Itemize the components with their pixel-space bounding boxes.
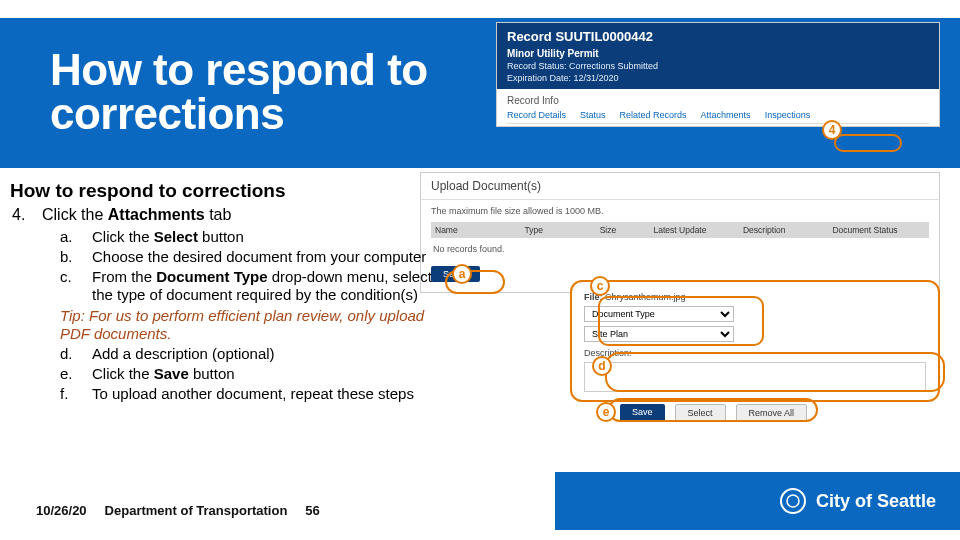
callout-badge-e: e bbox=[596, 402, 616, 422]
record-number: Record SUUTIL0000442 bbox=[507, 29, 929, 44]
col-document-status: Document Status bbox=[832, 225, 925, 235]
table-header: Name Type Size Latest Update Description… bbox=[431, 222, 929, 238]
footer-page: 56 bbox=[305, 503, 319, 518]
record-type: Minor Utility Permit bbox=[507, 48, 929, 59]
substep-f: f. To upload another document, repeat th… bbox=[60, 385, 440, 404]
slide-title: How to respond to corrections bbox=[50, 48, 428, 136]
tab-status[interactable]: Status bbox=[580, 110, 606, 120]
footer-date: 10/26/20 bbox=[36, 503, 87, 518]
substep-e: e. Click the Save button bbox=[60, 365, 440, 384]
callout-ring-4 bbox=[834, 134, 902, 152]
step-4: 4. Click the Attachments tab bbox=[12, 206, 440, 224]
record-screenshot: Record SUUTIL0000442 Minor Utility Permi… bbox=[496, 22, 940, 127]
seal-icon bbox=[778, 486, 808, 516]
callout-badge-d: d bbox=[592, 356, 612, 376]
col-type: Type bbox=[524, 225, 595, 235]
svg-point-1 bbox=[787, 495, 799, 507]
substeps: a. Click the Select button b. Choose the… bbox=[60, 228, 440, 403]
step-text: Click the Attachments tab bbox=[42, 206, 231, 224]
record-header: Record SUUTIL0000442 Minor Utility Permi… bbox=[497, 23, 939, 89]
callout-badge-4: 4 bbox=[822, 120, 842, 140]
substep-d: d. Add a description (optional) bbox=[60, 345, 440, 364]
upload-title: Upload Document(s) bbox=[421, 173, 939, 200]
title-line2: corrections bbox=[50, 89, 284, 138]
substep-b: b. Choose the desired document from your… bbox=[60, 248, 440, 267]
instructions: How to respond to corrections 4. Click t… bbox=[10, 180, 440, 404]
instructions-heading: How to respond to corrections bbox=[10, 180, 440, 202]
tip-text: Tip: For us to perform efficient plan re… bbox=[60, 307, 440, 343]
substep-c: c. From the Document Type drop-down menu… bbox=[60, 268, 440, 306]
tab-attachments[interactable]: Attachments bbox=[701, 110, 751, 120]
tab-related-records[interactable]: Related Records bbox=[620, 110, 687, 120]
tab-inspections[interactable]: Inspections bbox=[765, 110, 811, 120]
callout-badge-a: a bbox=[452, 264, 472, 284]
record-info-label: Record Info bbox=[507, 95, 929, 106]
no-records: No records found. bbox=[431, 238, 929, 266]
footer-org: Department of Transportation bbox=[105, 503, 288, 518]
record-expiration: Expiration Date: 12/31/2020 bbox=[507, 73, 929, 83]
record-tabs-area: Record Info Record Details Status Relate… bbox=[497, 89, 939, 126]
record-status: Record Status: Corrections Submitted bbox=[507, 61, 929, 71]
tab-record-details[interactable]: Record Details bbox=[507, 110, 566, 120]
max-file-size: The maximum file size allowed is 1000 MB… bbox=[431, 206, 929, 216]
city-seattle-logo: City of Seattle bbox=[778, 486, 936, 516]
col-latest-update: Latest Update bbox=[654, 225, 739, 235]
col-description: Description bbox=[743, 225, 828, 235]
footer-logo-banner: City of Seattle bbox=[555, 472, 960, 530]
tab-row: Record Details Status Related Records At… bbox=[507, 110, 929, 124]
logo-text: City of Seattle bbox=[816, 491, 936, 512]
svg-point-0 bbox=[781, 489, 805, 513]
callout-ring-e bbox=[608, 398, 818, 422]
col-name: Name bbox=[435, 225, 520, 235]
callout-ring-c bbox=[598, 296, 764, 346]
substep-a: a. Click the Select button bbox=[60, 228, 440, 247]
callout-ring-d bbox=[605, 352, 945, 392]
col-size: Size bbox=[600, 225, 650, 235]
step-number: 4. bbox=[12, 206, 26, 224]
title-line1: How to respond to bbox=[50, 45, 428, 94]
callout-badge-c: c bbox=[590, 276, 610, 296]
footer: 10/26/20 Department of Transportation 56 bbox=[36, 503, 320, 518]
